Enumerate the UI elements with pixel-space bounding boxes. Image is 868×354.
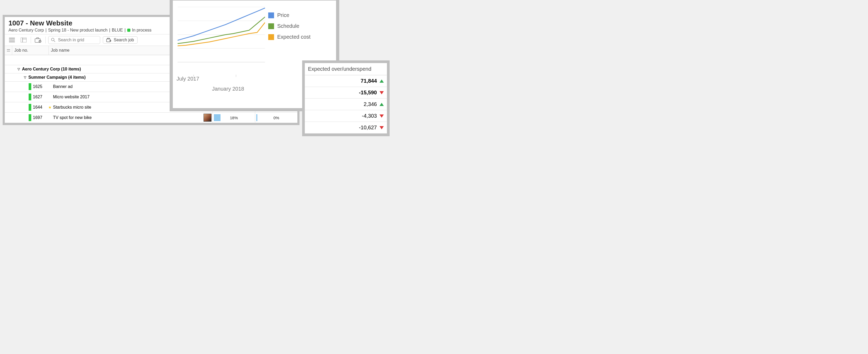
breadcrumb-company[interactable]: Aero Century Corp: [8, 28, 44, 33]
breadcrumb-tag[interactable]: BLUE: [112, 28, 123, 33]
layout-icon[interactable]: [19, 36, 28, 44]
status-strip-icon: [29, 104, 31, 111]
avatar[interactable]: [204, 114, 212, 122]
search-input[interactable]: [48, 36, 100, 44]
legend-swatch-icon: [268, 23, 274, 29]
spend-value: 2,346: [348, 101, 377, 107]
spend-row: -10,627: [305, 122, 387, 133]
spend-value: 71,844: [348, 78, 377, 84]
spend-value: -10,627: [348, 125, 377, 131]
triangle-down-icon: [379, 115, 384, 118]
job-name: TV spot for new bike: [53, 115, 204, 120]
legend-item[interactable]: Expected cost: [268, 34, 311, 40]
group-label: Aero Century Corp (10 items): [22, 67, 81, 71]
triangle-up-icon: [379, 103, 384, 106]
subgroup-label: Summer Campaign (4 items): [28, 75, 86, 80]
triangle-up-icon: [379, 79, 384, 83]
spend-row: 71,844: [305, 75, 387, 87]
triangle-down-icon: [379, 126, 384, 129]
svg-point-11: [52, 38, 54, 41]
job-number: 1644: [31, 105, 47, 110]
status-dot-icon: [127, 29, 130, 32]
column-job-no[interactable]: Job no.: [12, 46, 49, 55]
chart-legend: PriceScheduleExpected cost: [268, 12, 311, 45]
search-job-button[interactable]: Search job: [103, 36, 137, 44]
search-job-label: Search job: [114, 38, 134, 42]
row-handle-column[interactable]: [5, 46, 12, 55]
job-number: 1625: [31, 84, 47, 89]
job-number: 1627: [31, 95, 47, 99]
status-strip-icon: [29, 114, 31, 121]
legend-swatch-icon: [268, 12, 274, 18]
breadcrumb-campaign[interactable]: Spring 18 - New product launch: [48, 28, 107, 33]
spend-header[interactable]: Expected over/underspend: [305, 63, 387, 75]
percent-cell: 18%: [213, 112, 255, 123]
svg-line-12: [54, 40, 55, 42]
search-grid-field[interactable]: [58, 37, 97, 43]
legend-item[interactable]: Price: [268, 12, 311, 18]
chevron-down-icon: ▽: [24, 75, 26, 79]
spend-value: -4,303: [348, 113, 377, 119]
spend-row: 2,346: [305, 99, 387, 110]
table-row[interactable]: 1697TV spot for new bike18%0%: [5, 112, 298, 123]
spend-panel: Expected over/underspend 71,844-15,5902,…: [302, 60, 390, 136]
spend-value: -15,590: [348, 90, 377, 96]
status-strip-icon: [29, 83, 31, 90]
chart-plot-area: July 2017 January 2018: [178, 7, 265, 76]
chart-lines: [178, 7, 265, 63]
percent-cell: 0%: [255, 112, 298, 123]
svg-rect-3: [21, 38, 27, 42]
legend-item[interactable]: Schedule: [268, 23, 311, 29]
legend-label: Expected cost: [277, 34, 311, 40]
svg-rect-13: [106, 39, 110, 42]
spend-row: -15,590: [305, 87, 387, 99]
status-strip-icon: [29, 94, 31, 100]
breadcrumb-status[interactable]: In process: [132, 28, 152, 33]
percent-value: 18%: [213, 116, 255, 120]
job-number: 1697: [31, 115, 47, 120]
axis-label-left: July 2017: [177, 76, 199, 82]
legend-label: Schedule: [277, 23, 299, 29]
legend-swatch-icon: [268, 34, 274, 40]
briefcase-arrow-icon: [106, 38, 112, 42]
star-icon[interactable]: ★: [47, 105, 53, 109]
briefcase-plus-icon[interactable]: [34, 36, 43, 44]
menu-icon[interactable]: [7, 36, 17, 44]
percent-value: 0%: [255, 116, 298, 120]
search-icon: [51, 38, 55, 42]
svg-rect-7: [37, 38, 39, 39]
spend-row: -4,303: [305, 110, 387, 122]
toolbar-separator: [31, 37, 31, 43]
chevron-down-icon: ▽: [18, 67, 20, 71]
triangle-down-icon: [379, 91, 384, 94]
legend-label: Price: [277, 12, 289, 18]
svg-rect-14: [107, 38, 110, 39]
axis-label-center: January 2018: [212, 86, 244, 92]
